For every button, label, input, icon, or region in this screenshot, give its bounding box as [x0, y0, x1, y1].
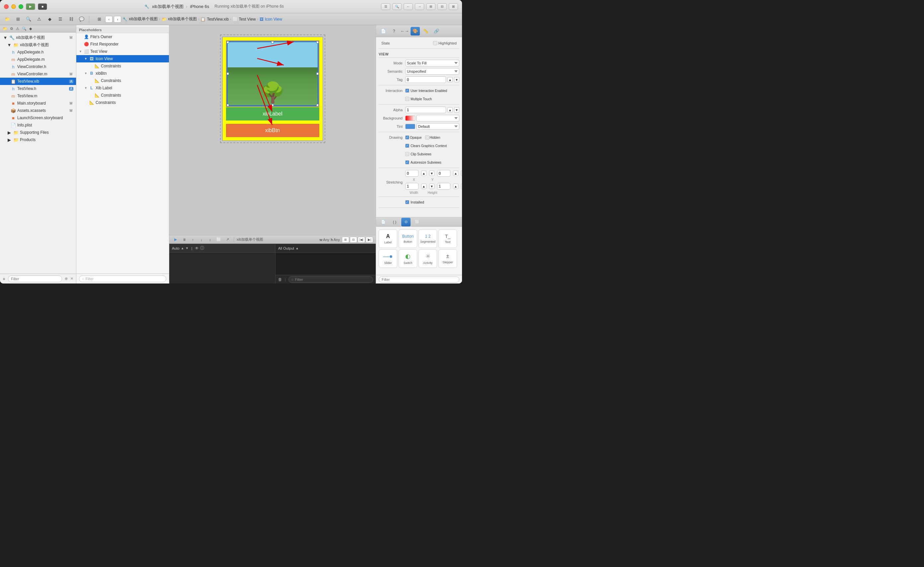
inspector-tab-connections[interactable]: 🔗 [432, 27, 441, 36]
handle-tr[interactable] [316, 41, 319, 44]
tag-input[interactable] [405, 76, 446, 83]
layout-toggle-1[interactable]: ⊞ [426, 3, 435, 10]
tag-step-down[interactable]: ▼ [454, 77, 459, 82]
minimize-button[interactable] [11, 4, 16, 9]
first-responder-item[interactable]: 🔴 First Responder [76, 40, 169, 48]
handle-br[interactable] [316, 104, 319, 106]
xib-label-constraints-item[interactable]: 📐 Constraints [76, 92, 169, 99]
layout-toggle-3[interactable]: ⊠ [449, 3, 458, 10]
run-canvas-btn[interactable]: ▶ [172, 236, 179, 243]
viewcontroller-h-item[interactable]: h ViewController.h [0, 63, 76, 70]
obj-lib-text-item[interactable]: T_ Text [438, 230, 457, 248]
auto-down-btn[interactable]: ▼ [186, 246, 189, 250]
debug-toggle[interactable]: 🔍 [392, 3, 402, 10]
grid-view-btn[interactable]: ⊞ [94, 15, 104, 24]
stretch-w-input[interactable] [405, 183, 418, 189]
log-eye-btn[interactable]: 👁 [195, 246, 199, 250]
xib-btn-expand[interactable]: ▼ [84, 72, 88, 75]
size-btn-1[interactable]: ⊞ [342, 237, 349, 243]
opaque-checkbox[interactable]: ✓ [405, 135, 409, 140]
stretch-h-input[interactable] [437, 183, 450, 189]
handle-tl[interactable] [226, 41, 229, 44]
log-info-btn[interactable]: ⓘ [200, 245, 204, 251]
rotate-btn[interactable]: ↗ [224, 236, 231, 243]
pause-canvas-btn[interactable]: ⏸ [180, 236, 188, 243]
comment-btn[interactable]: 💬 [77, 15, 86, 24]
step-down-btn[interactable]: ↓ [198, 236, 205, 243]
breadcrumb-view[interactable]: ⬜ Test View [232, 17, 256, 22]
alpha-step-down[interactable]: ▼ [454, 107, 459, 112]
step-btn2[interactable]: ↕ [207, 236, 214, 243]
sidebar-tab-4[interactable]: 🔍 [22, 27, 27, 31]
assets-item[interactable]: 📦 Assets.xcassets M [0, 107, 76, 114]
top-constraints-item[interactable]: 📐 Constraints [76, 99, 169, 106]
sidebar-tab-1[interactable]: 📁 [3, 27, 7, 31]
group-item[interactable]: ▼ 📁 xib加载单个视图 [0, 41, 76, 48]
main-storyboard-item[interactable]: ■ Main.storyboard M [0, 100, 76, 107]
obj-lib-slider-item[interactable]: —● Slider [379, 249, 397, 268]
breadcrumb-iconview[interactable]: 🖼 Icon View [260, 17, 282, 22]
inspector-tab-size[interactable]: 📏 [421, 27, 430, 36]
autoresize-checkbox[interactable]: ✓ [405, 160, 409, 164]
folder-btn[interactable]: 📁 [3, 15, 12, 24]
files-owner-item[interactable]: 👤 File's Owner [76, 33, 169, 40]
supporting-files-item[interactable]: ▶ 📁 Supporting Files [0, 129, 76, 136]
handle-ml[interactable] [226, 72, 229, 75]
all-output-label[interactable]: All Output [278, 246, 294, 250]
breadcrumb-group[interactable]: 📁 xib加载单个视图 [162, 16, 197, 22]
mode-select[interactable]: Scale To Fill [405, 60, 459, 66]
obj-lib-tab-code[interactable]: { } [390, 218, 399, 226]
stretch-x-down[interactable]: ▼ [429, 171, 435, 176]
alpha-input[interactable] [405, 106, 446, 113]
background-select[interactable] [417, 115, 459, 122]
stop-button[interactable]: ■ [38, 3, 47, 10]
xib-label-item[interactable]: ▼ L Xib Label [76, 84, 169, 92]
size-btn-2[interactable]: ⊟ [350, 237, 357, 243]
sidebar-tab-3[interactable]: ⚠ [16, 27, 19, 31]
testview-xib-item[interactable]: 📋 TestView.xib A [0, 78, 76, 85]
filter-options-btn[interactable]: ⊕ [65, 276, 68, 281]
warning-btn[interactable]: ⚠ [34, 15, 44, 24]
layout-toggle-2[interactable]: ⊟ [438, 3, 447, 10]
obj-lib-segmented-item[interactable]: 1 2 Segmented [418, 230, 437, 248]
step-up-btn[interactable]: ↑ [189, 236, 196, 243]
project-root-item[interactable]: ▼ 🔧 xib加载单个视图 M [0, 34, 76, 41]
stretch-h-up[interactable]: ▲ [453, 184, 458, 189]
obj-lib-tab-file[interactable]: 📄 [379, 218, 388, 226]
sidebar-tab-5[interactable]: ◆ [29, 27, 32, 31]
testview-m-item[interactable]: m TestView.m [0, 92, 76, 100]
test-view-item[interactable]: ▼ ⬜ Test View [76, 48, 169, 55]
button-view[interactable]: xibBtn [226, 124, 319, 137]
image-view[interactable]: 🌳 [226, 40, 319, 107]
products-item[interactable]: ▶ 📁 Products [0, 136, 76, 143]
sidebar-filter-input[interactable] [8, 276, 62, 282]
clip-subviews-checkbox[interactable]: □ [405, 152, 409, 156]
inspector-tab-file[interactable]: 📄 [379, 27, 388, 36]
xib-label-expand[interactable]: ▼ [84, 86, 88, 90]
handle-tm[interactable] [271, 41, 274, 44]
iphone-view[interactable]: 🌳 [222, 36, 323, 141]
test-view-expand[interactable]: ▼ [79, 50, 82, 53]
nav-back-btn[interactable]: ‹ [105, 16, 112, 22]
size-btn-3[interactable]: |◀| [358, 237, 365, 243]
xib-btn-constraints-item[interactable]: 📐 Constraints [76, 77, 169, 84]
testview-h-item[interactable]: h TestView.h A [0, 85, 76, 92]
forward-btn[interactable]: → [415, 3, 424, 10]
viewcontroller-m-item[interactable]: m ViewController.m M [0, 70, 76, 78]
hidden-checkbox[interactable]: □ [425, 135, 429, 140]
icon-view-constraints-item[interactable]: 📐 Constraints [76, 62, 169, 70]
obj-lib-label-item[interactable]: A Label [379, 230, 397, 248]
multiple-touch-checkbox[interactable]: □ [405, 97, 409, 101]
auto-up-btn[interactable]: ▲ [181, 246, 184, 250]
xib-btn-item[interactable]: ▼ B xibBtn [76, 70, 169, 77]
handle-mr[interactable] [316, 72, 319, 75]
close-button[interactable] [4, 4, 9, 9]
obj-lib-tab-objects[interactable]: ⊙ [401, 218, 411, 226]
size-btn-4[interactable]: |▶| [366, 237, 373, 243]
obj-lib-button-item[interactable]: Button Button [399, 230, 417, 248]
handle-bl[interactable] [226, 104, 229, 106]
semantic-select[interactable]: Unspecified [405, 68, 459, 75]
back-btn[interactable]: ← [404, 3, 413, 10]
grid-btn[interactable]: ⊞ [13, 15, 22, 24]
breadcrumb-project[interactable]: 🔧 xib加载单个视图 [123, 16, 158, 22]
